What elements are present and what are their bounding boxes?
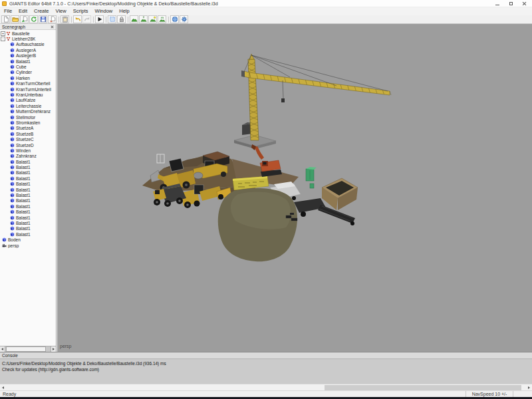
tree-item-balast1[interactable]: Balast1 xyxy=(0,203,56,209)
tree-item-balast1[interactable]: Balast1 xyxy=(0,176,56,181)
tower-crane[interactable] xyxy=(241,54,391,140)
scroll-right-arrow[interactable] xyxy=(526,384,532,390)
collapse-icon[interactable]: - xyxy=(1,37,5,41)
tree-item-balast1[interactable]: Balast1 xyxy=(0,192,56,198)
tree-item-balast1[interactable]: Balast1 xyxy=(0,182,56,187)
tree-item-label: StuetzeB xyxy=(16,132,33,136)
tree-item-stuetzed[interactable]: StuetzeD xyxy=(0,142,56,148)
console-header: Console xyxy=(0,352,532,359)
tree-item-kranturmunterteil[interactable]: KranTurmUnterteil xyxy=(0,86,56,92)
maximize-button[interactable] xyxy=(504,0,517,7)
sand-pile[interactable] xyxy=(218,188,297,261)
redo-button[interactable] xyxy=(82,15,91,23)
tree-item-label: Balast1 xyxy=(16,165,31,170)
import-file-button[interactable] xyxy=(20,15,29,23)
porta-potty[interactable] xyxy=(306,167,317,188)
tree-item-persp[interactable]: persp xyxy=(0,243,56,248)
scroll-thumb[interactable] xyxy=(6,346,46,352)
tree-item-harken[interactable]: Harken xyxy=(0,75,56,80)
reload-button[interactable] xyxy=(29,15,38,23)
tree-item-mutterndrehkranz[interactable]: MutternDrehkranz xyxy=(0,108,56,114)
tree-item-aufbauchassie[interactable]: Aufbauchassie xyxy=(0,42,56,47)
shape-icon xyxy=(10,209,15,214)
open-folder-button[interactable] xyxy=(11,15,19,23)
terrain-sculpt-button[interactable] xyxy=(130,15,138,23)
terrain-paint-button[interactable] xyxy=(148,15,157,23)
tree-item-kranturmoberteil[interactable]: KranTurmOberteil xyxy=(0,81,56,86)
save-button[interactable] xyxy=(39,15,47,23)
close-icon xyxy=(522,1,527,6)
tree-item-stellmotor[interactable]: Stellmotor xyxy=(0,114,56,120)
yellow-container[interactable] xyxy=(233,176,269,190)
tree-item-balast1[interactable]: Balast1 xyxy=(0,220,56,225)
tree-item-balast1[interactable]: Balast1 xyxy=(0,159,56,164)
tree-item-auslegerb[interactable]: AuslegerB xyxy=(0,53,56,59)
shape-icon xyxy=(10,65,15,69)
export-file-button[interactable] xyxy=(48,15,57,23)
tree-item-winden[interactable]: Winden xyxy=(0,148,56,153)
tree-item-kranunterbau[interactable]: KranUnterbau xyxy=(0,92,56,97)
terrain-foliage-button[interactable] xyxy=(158,15,166,23)
viewport-3d[interactable]: persp xyxy=(57,24,532,352)
tree-item-balast1[interactable]: Balast1 xyxy=(0,170,56,176)
menu-window[interactable]: Window xyxy=(92,7,116,15)
tree-item-balast1[interactable]: Balast1 xyxy=(0,59,56,64)
scroll-left-arrow[interactable] xyxy=(0,384,6,390)
tree-item-boden[interactable]: Boden xyxy=(0,237,56,242)
tree-item-label: Boden xyxy=(8,237,21,242)
wooden-bin[interactable] xyxy=(322,178,358,210)
tree-item-stuetzec[interactable]: StuetzeC xyxy=(0,136,56,142)
tree-item-balast1[interactable]: Balast1 xyxy=(0,164,56,170)
menu-edit[interactable]: Edit xyxy=(15,7,31,15)
tree-item-leiterchassie[interactable]: Leiterchassie xyxy=(0,103,56,108)
tree-item-liebherr28k[interactable]: -Liebherr28K xyxy=(0,36,56,41)
tree-item-stuetzea[interactable]: StuetzeA xyxy=(0,126,56,131)
menu-file[interactable]: File xyxy=(1,7,15,15)
tree-item-label: Balast1 xyxy=(16,198,31,203)
window-title: GIANTS Editor 64bit 7.1.0 - C:/Users/Fin… xyxy=(9,0,218,7)
close-button[interactable] xyxy=(517,0,531,7)
menu-view[interactable]: View xyxy=(53,7,70,15)
toolbar-separator xyxy=(104,16,108,23)
tree-item-balast1[interactable]: Balast1 xyxy=(0,209,56,215)
play-button[interactable] xyxy=(95,15,104,23)
shape-icon xyxy=(10,109,15,114)
shader-globe-button[interactable] xyxy=(170,15,179,23)
tree-item-stuetzeb[interactable]: StuetzeB xyxy=(0,131,56,136)
selection-button[interactable] xyxy=(108,15,116,23)
undo-button[interactable] xyxy=(73,15,82,23)
tree-item-zahnkranz[interactable]: Zahnkranz xyxy=(0,154,56,159)
shape-icon xyxy=(10,92,15,97)
tree-item-stromkasten[interactable]: Stromkasten xyxy=(0,120,56,125)
scenegraph-hscrollbar[interactable] xyxy=(0,346,56,352)
scenegraph-close-button[interactable] xyxy=(50,25,55,29)
menu-scripts[interactable]: Scripts xyxy=(70,7,92,15)
tree-item-balast1[interactable]: Balast1 xyxy=(0,187,56,192)
expand-icon[interactable]: + xyxy=(1,31,5,36)
menu-help[interactable]: Help xyxy=(116,7,132,15)
scroll-left-arrow[interactable] xyxy=(0,346,5,352)
scroll-thumb[interactable] xyxy=(325,385,521,390)
selection-icon xyxy=(109,16,116,23)
console-hscrollbar[interactable] xyxy=(0,384,532,390)
lock-button[interactable] xyxy=(117,15,126,23)
tree-item-balast1[interactable]: Balast1 xyxy=(0,198,56,203)
tree-item-balast1[interactable]: Balast1 xyxy=(0,231,56,237)
scaffold[interactable] xyxy=(157,154,164,163)
scroll-right-arrow[interactable] xyxy=(51,346,56,352)
new-file-button[interactable] xyxy=(1,15,10,23)
tree-item-cube[interactable]: Cube xyxy=(0,64,56,69)
settings-gear-button[interactable] xyxy=(180,15,188,23)
tree-item-baustelle[interactable]: +Baustelle xyxy=(0,31,56,36)
tree-item-balast1[interactable]: Balast1 xyxy=(0,215,56,220)
terrain-smooth-button[interactable] xyxy=(139,15,148,23)
tree-item-laufkatze[interactable]: LaufKatze xyxy=(0,98,56,103)
menu-create[interactable]: Create xyxy=(31,7,53,15)
paste-button[interactable] xyxy=(61,15,69,23)
tree-item-label: Liebherr28K xyxy=(12,37,35,41)
minimize-button[interactable] xyxy=(491,0,504,7)
tree-item-label: Leiterchassie xyxy=(16,104,41,108)
tree-item-balast1[interactable]: Balast1 xyxy=(0,226,56,231)
tree-item-auslegera[interactable]: AuslegerA xyxy=(0,47,56,53)
tree-item-cylinder[interactable]: Cylinder xyxy=(0,70,56,75)
